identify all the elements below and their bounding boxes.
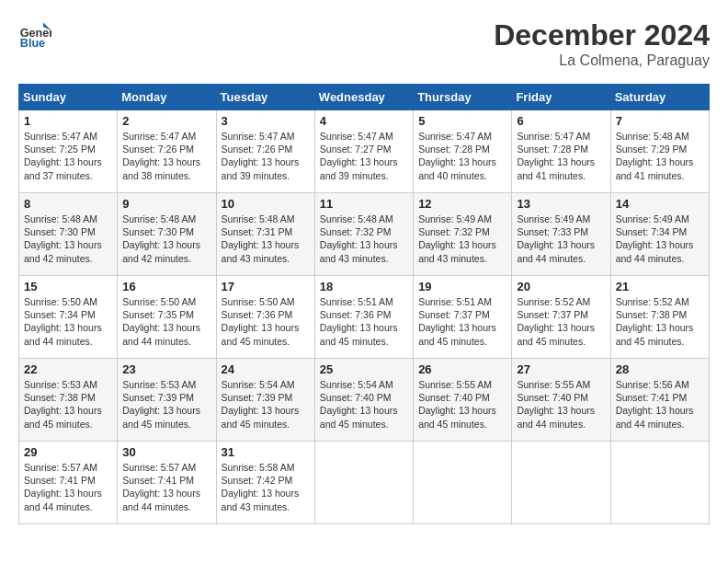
calendar-row: 15Sunrise: 5:50 AMSunset: 7:34 PMDayligh… [19,276,710,359]
calendar-cell: 15Sunrise: 5:50 AMSunset: 7:34 PMDayligh… [19,276,118,359]
day-number: 5 [418,114,506,128]
day-info: Sunrise: 5:50 AMSunset: 7:36 PMDaylight:… [222,295,310,348]
day-info: Sunrise: 5:55 AMSunset: 7:40 PMDaylight:… [418,378,506,431]
day-number: 13 [517,197,605,211]
logo-icon: General Blue [18,18,51,52]
day-info: Sunrise: 5:48 AMSunset: 7:30 PMDaylight:… [122,213,210,265]
weekday-header-monday: Monday [118,85,216,110]
weekday-header-wednesday: Wednesday [314,85,413,110]
calendar-cell: 7Sunrise: 5:48 AMSunset: 7:29 PMDaylight… [610,110,709,193]
day-number: 19 [418,280,506,293]
day-info: Sunrise: 5:48 AMSunset: 7:30 PMDaylight:… [24,213,112,265]
day-info: Sunrise: 5:52 AMSunset: 7:38 PMDaylight:… [616,295,704,348]
day-number: 28 [616,362,704,376]
calendar-cell [314,442,413,524]
calendar-cell: 27Sunrise: 5:55 AMSunset: 7:40 PMDayligh… [512,359,610,442]
calendar-cell: 10Sunrise: 5:48 AMSunset: 7:31 PMDayligh… [216,193,314,276]
day-info: Sunrise: 5:51 AMSunset: 7:36 PMDaylight:… [320,295,408,348]
day-info: Sunrise: 5:48 AMSunset: 7:32 PMDaylight:… [320,213,408,265]
day-info: Sunrise: 5:49 AMSunset: 7:33 PMDaylight:… [517,213,605,265]
calendar-row: 8Sunrise: 5:48 AMSunset: 7:30 PMDaylight… [19,193,710,276]
calendar-cell: 9Sunrise: 5:48 AMSunset: 7:30 PMDaylight… [118,193,216,276]
calendar-cell: 11Sunrise: 5:48 AMSunset: 7:32 PMDayligh… [314,193,413,276]
day-number: 6 [517,114,605,128]
day-number: 30 [122,445,210,459]
day-number: 18 [320,280,408,293]
day-number: 15 [24,280,112,293]
day-info: Sunrise: 5:47 AMSunset: 7:26 PMDaylight:… [122,130,210,182]
calendar-row: 22Sunrise: 5:53 AMSunset: 7:38 PMDayligh… [19,359,710,442]
page-header: General Blue December 2024 La Colmena, P… [18,18,710,69]
logo: General Blue [18,18,51,52]
day-number: 7 [616,114,704,128]
calendar-cell: 18Sunrise: 5:51 AMSunset: 7:36 PMDayligh… [314,276,413,359]
day-info: Sunrise: 5:47 AMSunset: 7:28 PMDaylight:… [517,130,605,182]
day-number: 24 [222,362,310,376]
day-info: Sunrise: 5:58 AMSunset: 7:42 PMDaylight:… [222,461,310,513]
day-number: 11 [320,197,408,211]
day-number: 25 [320,362,408,376]
calendar-cell: 13Sunrise: 5:49 AMSunset: 7:33 PMDayligh… [512,193,610,276]
day-info: Sunrise: 5:47 AMSunset: 7:27 PMDaylight:… [320,130,408,182]
calendar-cell [512,442,610,524]
day-number: 4 [320,114,408,128]
day-number: 22 [24,362,112,376]
calendar-table: SundayMondayTuesdayWednesdayThursdayFrid… [18,84,710,524]
day-number: 16 [122,280,210,293]
calendar-cell [610,442,709,524]
day-number: 29 [24,445,112,459]
calendar-row: 1Sunrise: 5:47 AMSunset: 7:25 PMDaylight… [19,110,710,193]
day-info: Sunrise: 5:57 AMSunset: 7:41 PMDaylight:… [24,461,112,513]
day-info: Sunrise: 5:51 AMSunset: 7:37 PMDaylight:… [418,295,506,348]
calendar-cell: 8Sunrise: 5:48 AMSunset: 7:30 PMDaylight… [19,193,118,276]
calendar-cell: 21Sunrise: 5:52 AMSunset: 7:38 PMDayligh… [610,276,709,359]
calendar-header: SundayMondayTuesdayWednesdayThursdayFrid… [19,85,710,110]
day-number: 10 [222,197,310,211]
day-info: Sunrise: 5:56 AMSunset: 7:41 PMDaylight:… [616,378,704,431]
title-block: December 2024 La Colmena, Paraguay [494,18,710,69]
day-info: Sunrise: 5:48 AMSunset: 7:31 PMDaylight:… [222,213,310,265]
day-number: 9 [122,197,210,211]
calendar-cell: 28Sunrise: 5:56 AMSunset: 7:41 PMDayligh… [610,359,709,442]
weekday-header-friday: Friday [512,85,610,110]
day-number: 27 [517,362,605,376]
day-info: Sunrise: 5:55 AMSunset: 7:40 PMDaylight:… [517,378,605,431]
weekday-header-sunday: Sunday [19,85,118,110]
day-info: Sunrise: 5:47 AMSunset: 7:25 PMDaylight:… [24,130,112,182]
day-number: 21 [616,280,704,293]
calendar-row: 29Sunrise: 5:57 AMSunset: 7:41 PMDayligh… [19,442,710,524]
day-number: 8 [24,197,112,211]
day-number: 3 [222,114,310,128]
calendar-cell: 3Sunrise: 5:47 AMSunset: 7:26 PMDaylight… [216,110,314,193]
day-info: Sunrise: 5:54 AMSunset: 7:40 PMDaylight:… [320,378,408,431]
calendar-cell: 17Sunrise: 5:50 AMSunset: 7:36 PMDayligh… [216,276,314,359]
day-number: 14 [616,197,704,211]
calendar-cell: 1Sunrise: 5:47 AMSunset: 7:25 PMDaylight… [19,110,118,193]
page-subtitle: La Colmena, Paraguay [494,52,710,69]
calendar-cell: 2Sunrise: 5:47 AMSunset: 7:26 PMDaylight… [118,110,216,193]
calendar-cell: 6Sunrise: 5:47 AMSunset: 7:28 PMDaylight… [512,110,610,193]
calendar-cell: 23Sunrise: 5:53 AMSunset: 7:39 PMDayligh… [118,359,216,442]
day-number: 26 [418,362,506,376]
calendar-cell: 24Sunrise: 5:54 AMSunset: 7:39 PMDayligh… [216,359,314,442]
calendar-cell: 25Sunrise: 5:54 AMSunset: 7:40 PMDayligh… [314,359,413,442]
day-info: Sunrise: 5:53 AMSunset: 7:39 PMDaylight:… [122,378,210,431]
day-info: Sunrise: 5:53 AMSunset: 7:38 PMDaylight:… [24,378,112,431]
weekday-header-tuesday: Tuesday [216,85,314,110]
day-number: 17 [222,280,310,293]
calendar-cell: 29Sunrise: 5:57 AMSunset: 7:41 PMDayligh… [19,442,118,524]
calendar-cell: 14Sunrise: 5:49 AMSunset: 7:34 PMDayligh… [610,193,709,276]
calendar-cell: 4Sunrise: 5:47 AMSunset: 7:27 PMDaylight… [314,110,413,193]
weekday-header-thursday: Thursday [414,85,512,110]
day-info: Sunrise: 5:48 AMSunset: 7:29 PMDaylight:… [616,130,704,182]
calendar-cell: 16Sunrise: 5:50 AMSunset: 7:35 PMDayligh… [118,276,216,359]
day-info: Sunrise: 5:50 AMSunset: 7:34 PMDaylight:… [24,295,112,348]
calendar-cell [414,442,512,524]
day-info: Sunrise: 5:47 AMSunset: 7:28 PMDaylight:… [418,130,506,182]
day-number: 31 [222,445,310,459]
calendar-cell: 20Sunrise: 5:52 AMSunset: 7:37 PMDayligh… [512,276,610,359]
calendar-cell: 30Sunrise: 5:57 AMSunset: 7:41 PMDayligh… [118,442,216,524]
calendar-body: 1Sunrise: 5:47 AMSunset: 7:25 PMDaylight… [19,110,710,524]
day-info: Sunrise: 5:54 AMSunset: 7:39 PMDaylight:… [222,378,310,431]
svg-text:Blue: Blue [20,37,45,50]
